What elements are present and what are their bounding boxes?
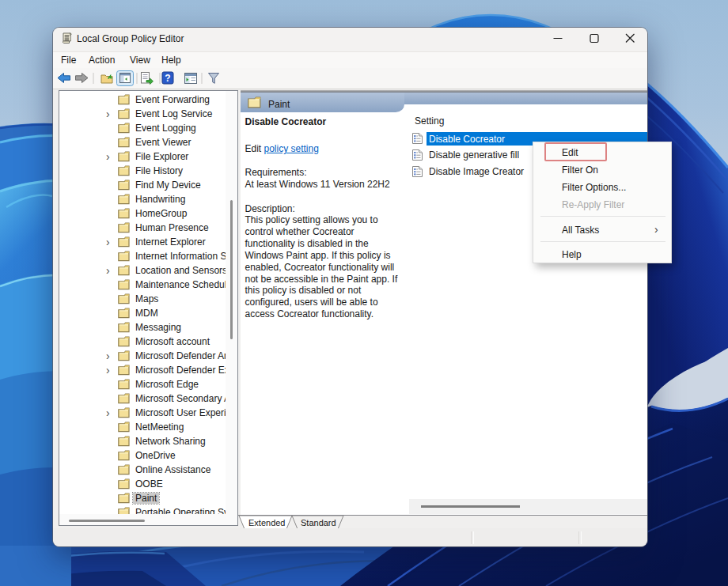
- svg-text:Standard: Standard: [301, 517, 336, 527]
- svg-text:?: ?: [165, 73, 170, 84]
- svg-text:Extended: Extended: [248, 517, 285, 527]
